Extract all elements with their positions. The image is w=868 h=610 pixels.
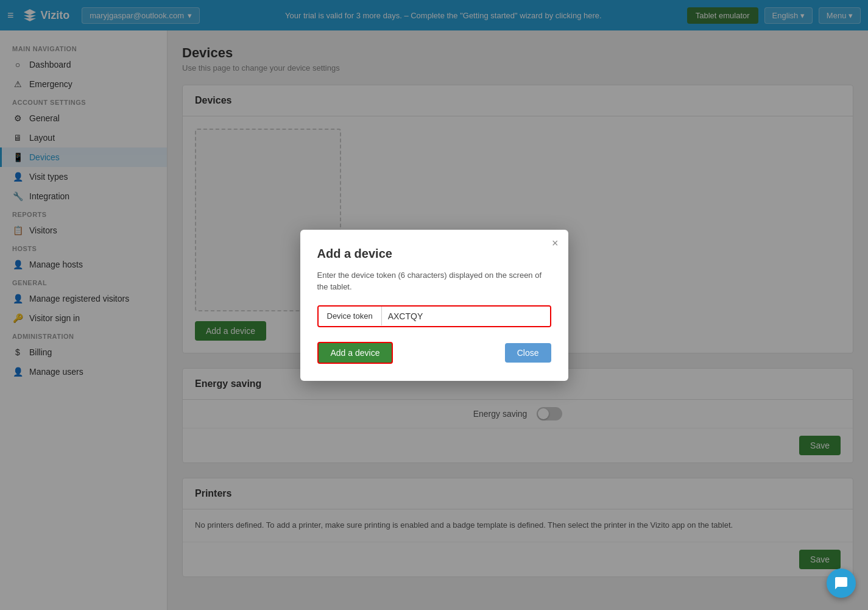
token-label: Device token — [319, 307, 382, 325]
device-token-row: Device token — [317, 305, 551, 327]
modal-add-device-button[interactable]: Add a device — [317, 342, 393, 364]
add-device-modal: × Add a device Enter the device token (6… — [300, 230, 568, 381]
chat-bubble[interactable] — [827, 569, 856, 598]
modal-close-btn[interactable]: Close — [505, 343, 551, 363]
device-token-input-rest[interactable] — [431, 307, 550, 326]
modal-description: Enter the device token (6 characters) di… — [317, 269, 551, 293]
modal-title: Add a device — [317, 247, 551, 261]
modal-close-button[interactable]: × — [552, 237, 559, 250]
device-token-input[interactable] — [382, 307, 431, 326]
modal-overlay[interactable]: × Add a device Enter the device token (6… — [0, 0, 868, 610]
